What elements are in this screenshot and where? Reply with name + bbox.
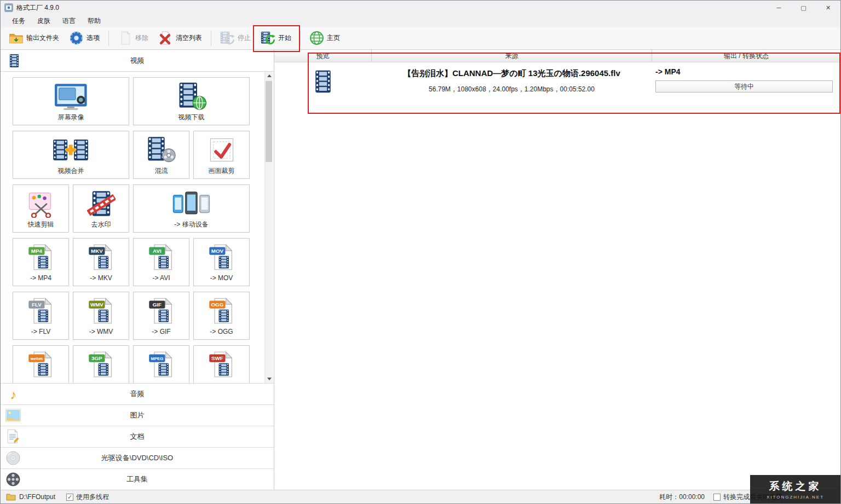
svg-text:3GP: 3GP	[91, 355, 102, 361]
column-header-preview[interactable]: 预览	[274, 50, 371, 62]
clear-list-button-label: 清空列表	[176, 33, 202, 43]
remove-button-label: 移除	[135, 33, 148, 43]
film-icon	[7, 53, 21, 68]
card-to-mov[interactable]: MOV-> MOV	[193, 238, 250, 286]
tab-video[interactable]: 视频	[1, 50, 274, 72]
sidebar: 视频 屏幕录像视频下载视频合并混流画面裁剪快速剪辑去水印-> 移动设备MP4->…	[1, 50, 274, 490]
table-row[interactable]: 【告别泪水】CLANNAD—梦の町 13光玉の物语.296045.flv 56.…	[274, 62, 840, 118]
start-button-label: 开始	[278, 33, 291, 43]
svg-text:OGG: OGG	[211, 301, 223, 307]
card-to-mp4-label: -> MP4	[30, 274, 51, 282]
watermark-text: 系统之家	[769, 479, 822, 494]
card-to-mobile[interactable]: -> 移动设备	[133, 184, 250, 233]
home-globe-icon	[309, 31, 324, 45]
card-swf[interactable]: SWF	[193, 345, 250, 383]
section-picture[interactable]: 图片	[1, 404, 274, 426]
clear-list-button[interactable]: 清空列表	[153, 28, 207, 48]
menu-tasks[interactable]: 任务	[6, 15, 31, 27]
card-video-download[interactable]: 视频下载	[133, 77, 250, 125]
card-remove-watermark[interactable]: 去水印	[73, 184, 129, 233]
card-to-gif[interactable]: GIF-> GIF	[133, 292, 189, 340]
home-button[interactable]: 主页	[304, 28, 345, 48]
menu-language[interactable]: 语言	[56, 15, 82, 27]
statusbar: D:\FFOutput ✓ 使用多线程 耗时：00:00:00 转换完成后关闭电…	[1, 490, 840, 503]
document-icon	[5, 429, 21, 444]
scroll-up-arrow[interactable]	[265, 72, 273, 80]
source-filename: 【告别泪水】CLANNAD—梦の町 13光玉の物语.296045.flv	[403, 68, 620, 79]
picture-icon	[5, 408, 21, 423]
svg-text:MKV: MKV	[91, 247, 103, 253]
scrollbar-thumb[interactable]	[266, 81, 272, 162]
minimize-button[interactable]: ─	[767, 1, 791, 15]
svg-text:MOV: MOV	[211, 247, 223, 253]
task-list-panel: 预览 来源 输出 / 转换状态 【告别泪水】CLANNAD—梦の町 13光玉の物…	[274, 50, 840, 490]
tab-video-label: 视频	[130, 56, 145, 66]
section-picture-label: 图片	[130, 410, 145, 420]
multithread-label: 使用多线程	[76, 493, 109, 502]
card-crop[interactable]: 画面裁剪	[193, 131, 250, 179]
ogg-file-icon: OGG	[202, 297, 241, 325]
card-screen-record[interactable]: 屏幕录像	[13, 77, 129, 125]
preview-cell	[274, 62, 371, 118]
watermark-url: XITONGZHIJIA.NET	[767, 495, 824, 500]
card-to-wmv[interactable]: WMV-> WMV	[73, 292, 129, 340]
menu-help[interactable]: 帮助	[82, 15, 107, 27]
card-mux[interactable]: 混流	[133, 131, 189, 179]
card-mpeg[interactable]: MPEG	[133, 345, 189, 383]
card-to-avi[interactable]: AVI-> AVI	[133, 238, 189, 286]
card-to-mkv-label: -> MKV	[90, 274, 112, 282]
triangle-down-icon	[267, 378, 272, 380]
column-header-output-status[interactable]: 输出 / 转换状态	[652, 50, 840, 62]
card-video-merge[interactable]: 视频合并	[13, 131, 129, 179]
card-quick-clip[interactable]: 快速剪辑	[13, 184, 69, 233]
source-details: 56.79M，1080x608，24.00fps，1.20Mbps，00:05:…	[429, 85, 595, 94]
start-button[interactable]: 开始	[256, 28, 296, 48]
card-to-ogg[interactable]: OGG-> OGG	[193, 292, 250, 340]
options-button-label: 选项	[87, 33, 100, 43]
output-folder-button[interactable]: 输出文件夹	[4, 28, 64, 48]
swf-file-icon: SWF	[202, 350, 241, 379]
card-to-mkv[interactable]: MKV-> MKV	[73, 238, 129, 286]
column-header-source[interactable]: 来源	[371, 50, 652, 62]
cards-grid: 屏幕录像视频下载视频合并混流画面裁剪快速剪辑去水印-> 移动设备MP4-> MP…	[13, 77, 250, 383]
section-audio[interactable]: ♪音频	[1, 383, 274, 404]
status-button[interactable]: 等待中	[655, 80, 833, 92]
svg-text:FLV: FLV	[32, 301, 42, 307]
screen-record-icon	[51, 82, 91, 111]
shutdown-checkbox[interactable]	[713, 494, 721, 501]
category-accordion: ♪音频图片文档光驱设备\DVD\CD\ISO工具集	[1, 383, 274, 490]
scroll-down-arrow[interactable]	[265, 375, 273, 383]
card-3gp[interactable]: 3GP	[73, 345, 129, 383]
quick-clip-icon	[21, 189, 61, 218]
close-button[interactable]: ✕	[816, 1, 840, 15]
multithread-option[interactable]: ✓ 使用多线程	[66, 493, 109, 502]
options-button[interactable]: 选项	[64, 28, 105, 48]
svg-text:WMV: WMV	[90, 301, 103, 307]
card-webm[interactable]: webm	[13, 345, 69, 383]
home-button-label: 主页	[327, 33, 340, 43]
film-reel-icon	[5, 472, 21, 487]
remove-page-icon	[118, 31, 133, 45]
disc-icon	[5, 450, 21, 466]
section-rom-device[interactable]: 光驱设备\DVD\CD\ISO	[1, 447, 274, 468]
card-to-ogg-label: -> OGG	[210, 328, 233, 335]
sidebar-scrollbar[interactable]	[264, 72, 273, 383]
folder-output-icon	[9, 31, 24, 45]
card-to-flv[interactable]: FLV-> FLV	[13, 292, 69, 340]
maximize-button[interactable]: ▢	[791, 1, 816, 15]
card-screen-record-label: 屏幕录像	[58, 113, 84, 121]
section-toolset-label: 工具集	[126, 474, 148, 484]
3gp-file-icon: 3GP	[82, 350, 121, 379]
output-path-area[interactable]: D:\FFOutput	[6, 493, 55, 501]
site-watermark: 系统之家 XITONGZHIJIA.NET	[750, 475, 840, 503]
stop-button-label: 停止	[238, 33, 251, 43]
mkv-file-icon: MKV	[82, 243, 121, 271]
section-toolset[interactable]: 工具集	[1, 468, 274, 490]
svg-text:SWF: SWF	[211, 355, 223, 361]
mov-file-icon: MOV	[202, 243, 241, 271]
card-to-mp4[interactable]: MP4-> MP4	[13, 238, 69, 286]
section-document[interactable]: 文档	[1, 426, 274, 447]
mpeg-file-icon: MPEG	[142, 350, 181, 379]
multithread-checkbox[interactable]: ✓	[66, 494, 73, 501]
menu-skin[interactable]: 皮肤	[31, 15, 56, 27]
